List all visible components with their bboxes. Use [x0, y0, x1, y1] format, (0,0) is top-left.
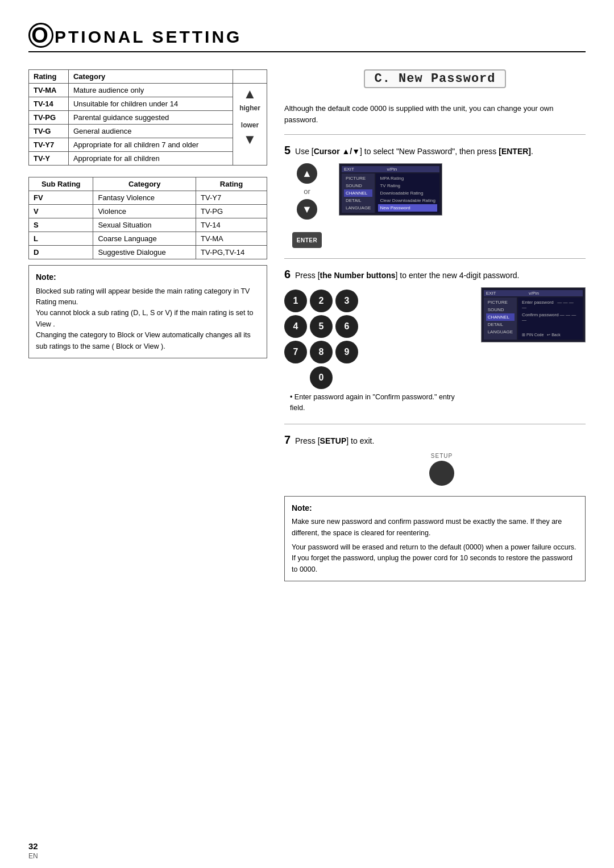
rating-cell: TV-G — [29, 125, 69, 138]
enter-button[interactable]: ENTER — [292, 232, 322, 248]
right-column: C. New Password Although the default cod… — [284, 69, 586, 581]
category-cell: Appropriate for all children 7 and older — [68, 138, 233, 152]
setup-button[interactable] — [429, 461, 454, 486]
tv-main-area-6: Enter password — — — — Confirm password … — [518, 297, 583, 340]
step-5-header: 5 Use [Cursor ▲/▼] to select "New Passwo… — [284, 142, 586, 159]
sub-category-cell: Suggestive Dialogue — [93, 246, 196, 259]
note2-line-2: Your password will be erased and return … — [292, 542, 578, 575]
sidebar-item-channel: CHANNEL — [344, 189, 372, 197]
down-arrow-button[interactable]: ▼ — [297, 199, 317, 220]
rating-table: Rating Category TV-MA Mature audience on… — [28, 69, 267, 166]
sidebar-item-language: LANGUAGE — [344, 204, 372, 212]
tv-title-bar: EXIT v/Pin — [342, 166, 439, 172]
sub-category-cell: Fantasy Violence — [93, 191, 196, 205]
tv-sidebar-6: PICTURE SOUND CHANNEL DETAIL LANGUAGE — [484, 297, 517, 340]
page-number: 32 — [28, 841, 38, 851]
step-5-tv-screen: EXIT v/Pin PICTURE SOUND CHANNEL DETAIL … — [339, 163, 442, 216]
page-title: OPTIONAL SETTING — [28, 23, 242, 48]
sub-rating-cell: TV-14 — [196, 218, 267, 232]
table-row: TV-G General audience — [29, 125, 267, 138]
tv-menu-item-tv: TV Rating — [378, 182, 437, 189]
lower-label: lower — [241, 121, 259, 129]
step-5: 5 Use [Cursor ▲/▼] to select "New Passwo… — [284, 142, 586, 248]
note-box: Note: Blocked sub rating will appear bes… — [28, 265, 267, 358]
subrating-header: Sub Rating — [29, 177, 93, 191]
rating-cell: TV-14 — [29, 97, 69, 111]
numpad: 1 2 3 4 5 6 7 8 9 — [284, 290, 358, 363]
step-6-numpad-area: 1 2 3 4 5 6 7 8 9 0 Ent — [284, 287, 466, 414]
step-7-header: 7 Press [SETUP] to exit. — [284, 431, 586, 448]
table-row: S Sexual Situation TV-14 — [29, 218, 267, 232]
tv-pin-code: ⊞ PIN Code ↩ Back — [520, 332, 580, 338]
sub-rating-cell: TV-MA — [196, 232, 267, 246]
step-5-content: ▲ or ▼ ENTER EXIT v/Pin PICTURE SOUND — [284, 163, 586, 248]
main-content: Rating Category TV-MA Mature audience on… — [28, 69, 586, 581]
step-7-number: 7 — [284, 433, 291, 446]
note-line-3: Changing the category to Block or View a… — [36, 330, 260, 352]
divider-2 — [284, 258, 586, 259]
divider-3 — [284, 424, 586, 424]
num-btn-9[interactable]: 9 — [335, 341, 358, 363]
num-btn-8[interactable]: 8 — [310, 341, 333, 363]
step-5-number: 5 — [284, 144, 291, 156]
table-row: TV-Y7 Appropriate for all children 7 and… — [29, 138, 267, 152]
step-6-header: 6 Press [the Number buttons] to enter th… — [284, 266, 586, 283]
header-circle-letter: O — [28, 23, 53, 48]
setup-button-area: SETUP — [298, 453, 586, 486]
tv-menu-row: PICTURE SOUND CHANNEL DETAIL LANGUAGE MP… — [342, 173, 439, 213]
num-btn-4[interactable]: 4 — [284, 315, 307, 338]
sub-rating-cell: TV-PG — [196, 205, 267, 218]
arrow-col-header — [233, 70, 267, 84]
sub-cell: S — [29, 218, 93, 232]
sub-cell: L — [29, 232, 93, 246]
table-row: FV Fantasy Violence TV-Y7 — [29, 191, 267, 205]
num-btn-2[interactable]: 2 — [310, 290, 333, 312]
num-btn-0[interactable]: 0 — [310, 366, 333, 389]
step-6: 6 Press [the Number buttons] to enter th… — [284, 266, 586, 414]
rating-cell: TV-Y7 — [29, 138, 69, 152]
table-row: L Coarse Language TV-MA — [29, 232, 267, 246]
category-cell: General audience — [68, 125, 233, 138]
up-arrow-icon: ▲ — [243, 86, 257, 102]
subrating-rating-header: Rating — [196, 177, 267, 191]
table-row: TV-Y Appropriate for all children — [29, 152, 267, 166]
intro-text: Although the default code 0000 is suppli… — [284, 103, 586, 125]
step-6-bullet: Enter password again in "Confirm passwor… — [284, 392, 466, 414]
up-arrow-button[interactable]: ▲ — [297, 163, 317, 184]
category-col-header: Category — [68, 70, 233, 84]
step-7: 7 Press [SETUP] to exit. SETUP — [284, 431, 586, 486]
sidebar-item-picture-6: PICTURE — [486, 299, 515, 306]
sub-cell: V — [29, 205, 93, 218]
tv-menu-row-6: PICTURE SOUND CHANNEL DETAIL LANGUAGE En… — [484, 297, 583, 340]
sub-cell: D — [29, 246, 93, 259]
sidebar-item-detail-6: DETAIL — [486, 321, 515, 328]
note2-title: Note: — [292, 502, 578, 515]
setup-label: SETUP — [431, 453, 453, 459]
tv-title-bar-6: EXIT v/Pin — [484, 290, 583, 296]
num-btn-7[interactable]: 7 — [284, 341, 307, 363]
tv-main-area: MPA Rating TV Rating Downloadable Rating… — [376, 173, 439, 213]
num-btn-1[interactable]: 1 — [284, 290, 307, 312]
step-6-content: 1 2 3 4 5 6 7 8 9 0 Ent — [284, 287, 586, 414]
step-6-tv-screen: EXIT v/Pin PICTURE SOUND CHANNEL DETAIL … — [481, 287, 586, 342]
sidebar-item-detail: DETAIL — [344, 197, 372, 204]
down-arrow-icon: ▼ — [243, 131, 257, 147]
sidebar-item-channel-6: CHANNEL — [486, 313, 515, 321]
step-5-remote-btns: ▲ or ▼ ENTER — [284, 163, 330, 248]
note-line-1: Blocked sub rating will appear beside th… — [36, 286, 260, 308]
tv-menu-item-downloadable: Downloadable Rating — [378, 189, 437, 197]
category-cell: Appropriate for all children — [68, 152, 233, 166]
divider — [284, 134, 586, 135]
num-btn-6[interactable]: 6 — [335, 315, 358, 338]
section-heading: C. New Password — [364, 69, 505, 88]
note-title: Note: — [36, 271, 260, 284]
tv-menu-item-newpassword: New Password — [378, 204, 437, 212]
sidebar-item-language-6: LANGUAGE — [486, 328, 515, 336]
num-btn-5[interactable]: 5 — [310, 315, 333, 338]
category-cell: Unsuitable for children under 14 — [68, 97, 233, 111]
table-row: V Violence TV-PG — [29, 205, 267, 218]
num-btn-3[interactable]: 3 — [335, 290, 358, 312]
category-cell: Mature audience only — [68, 84, 233, 97]
section-heading-wrapper: C. New Password — [284, 69, 586, 96]
sidebar-item-sound: SOUND — [344, 182, 372, 189]
